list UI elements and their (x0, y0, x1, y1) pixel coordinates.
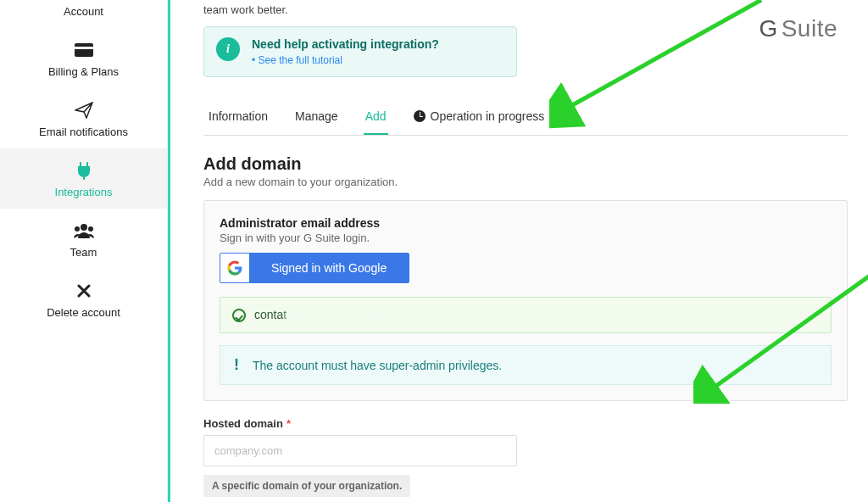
google-btn-text: Signed in with Google (249, 261, 409, 275)
sidebar-item-team[interactable]: Team (0, 209, 167, 269)
google-logo-icon (220, 254, 249, 282)
admin-card: Administrator email address Sign in with… (203, 200, 848, 401)
tab-information[interactable]: Information (207, 101, 270, 135)
sidebar-item-account[interactable]: Account (0, 0, 167, 28)
credit-card-icon (75, 40, 93, 60)
admin-sub: Sign in with your G Suite login. (220, 231, 832, 244)
sidebar-label-team: Team (70, 246, 97, 259)
info-icon: i (216, 37, 240, 61)
sidebar-item-integrations[interactable]: Integrations (0, 148, 167, 209)
exclamation-icon: ! (234, 356, 239, 374)
help-callout: i Need help activating integration? See … (203, 26, 517, 77)
sidebar-label-account: Account (64, 5, 103, 18)
x-icon (77, 281, 91, 301)
sidebar-label-integrations: Integrations (55, 186, 113, 198)
tabs: Information Manage Add Operation in prog… (203, 101, 848, 136)
hosted-domain-hint: A specific domain of your organization. (203, 475, 410, 497)
super-admin-text: The account must have super-admin privil… (253, 359, 502, 372)
section-title: Add domain (203, 154, 848, 174)
people-icon (73, 220, 95, 241)
help-link[interactable]: See the full tutorial (252, 54, 439, 66)
tab-manage[interactable]: Manage (293, 101, 340, 135)
sidebar-item-delete[interactable]: Delete account (0, 269, 167, 329)
sidebar-label-email: Email notifications (39, 126, 128, 138)
super-admin-info: ! The account must have super-admin priv… (220, 345, 832, 385)
svg-line-5 (566, 0, 761, 109)
hosted-domain-label: Hosted domain* (203, 417, 291, 430)
accent-border (168, 0, 170, 502)
admin-label: Administrator email address (220, 216, 832, 230)
svg-point-2 (81, 224, 87, 231)
sidebar-item-billing[interactable]: Billing & Plans (0, 28, 167, 88)
sidebar-item-email[interactable]: Email notifications (0, 88, 167, 148)
hosted-domain-group: Hosted domain* A specific domain of your… (203, 416, 848, 497)
intro-text: team work better. (203, 3, 593, 16)
google-signin-button[interactable]: Signed in with Google (220, 253, 409, 283)
sidebar: Account Billing & Plans Email notificati… (0, 0, 168, 502)
plug-icon (75, 160, 92, 181)
tab-add[interactable]: Add (364, 101, 388, 135)
tab-progress-label: Operation in progress (431, 109, 545, 123)
hosted-domain-input[interactable] (203, 435, 517, 466)
signin-status-row: contat (220, 297, 832, 333)
gsuite-logo: GSuite (759, 15, 837, 42)
check-circle-icon (232, 309, 246, 322)
svg-point-4 (88, 226, 93, 231)
help-title: Need help activating integration? (252, 37, 439, 51)
clock-icon (414, 110, 426, 122)
sidebar-label-delete: Delete account (47, 306, 120, 319)
svg-rect-1 (75, 47, 93, 49)
paper-plane-icon (75, 100, 93, 120)
tab-operation-in-progress[interactable]: Operation in progress (412, 101, 547, 135)
content-area: team work better. GSuite i Need help act… (168, 0, 868, 502)
svg-rect-0 (75, 43, 93, 57)
sidebar-label-billing: Billing & Plans (48, 65, 119, 78)
signin-status-text: contat (254, 308, 380, 322)
section-subtitle: Add a new domain to your organization. (203, 176, 848, 188)
svg-point-3 (75, 226, 80, 231)
